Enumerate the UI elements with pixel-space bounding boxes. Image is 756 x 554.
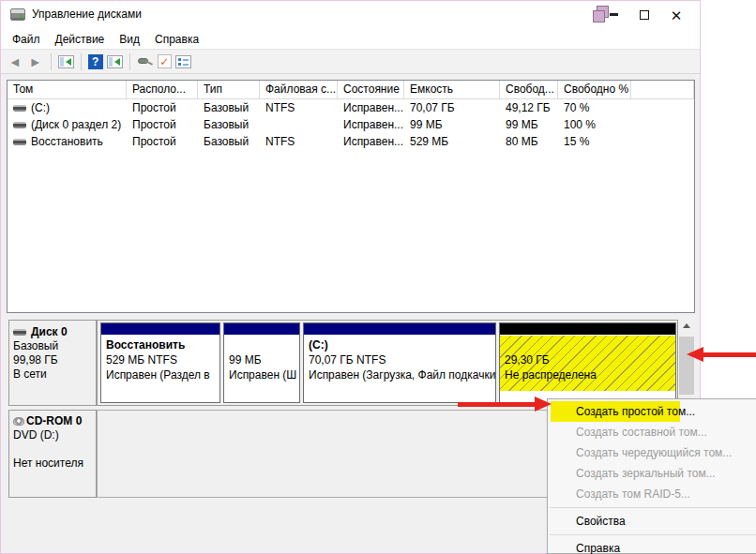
arrow-shaft xyxy=(700,352,756,357)
primary-partition-strip xyxy=(101,323,219,336)
desktop-screen: Управление дисками ✕ Файл Действие Вид xyxy=(0,0,756,554)
checklist-icon[interactable] xyxy=(175,55,191,68)
partition-size: 529 МБ NTFS xyxy=(106,352,215,367)
toolbar: ◄ ► ? ✓ xyxy=(1,49,700,74)
volume-type: Базовый xyxy=(198,101,260,114)
volume-free: 49,12 ГБ xyxy=(500,101,558,114)
close-button[interactable]: ✕ xyxy=(660,1,692,29)
arrow-head-icon xyxy=(535,397,552,412)
volume-type: Базовый xyxy=(198,118,260,131)
minimize-dash-icon xyxy=(610,13,618,16)
menu-item-help[interactable]: Справка xyxy=(548,538,756,554)
volume-fs: NTFS xyxy=(260,101,338,114)
toolbar-separator xyxy=(51,53,52,70)
partition-title xyxy=(505,337,597,352)
partition-status: Не распределена xyxy=(505,367,597,382)
partition-recovery[interactable]: Восстановить 529 МБ NTFS Исправен (Разде… xyxy=(100,322,220,403)
refresh-wand-icon[interactable] xyxy=(137,55,154,68)
volume-layout: Простой xyxy=(127,135,198,148)
minimize-button[interactable] xyxy=(591,1,628,29)
forward-icon[interactable]: ► xyxy=(27,55,44,68)
help-icon[interactable]: ? xyxy=(88,54,103,69)
column-header-free[interactable]: Свобод... xyxy=(500,81,558,98)
annotation-arrow-to-unallocated xyxy=(687,347,756,362)
overlapping-squares-icon xyxy=(593,10,605,22)
menu-file[interactable]: Файл xyxy=(5,30,48,49)
menu-help[interactable]: Справка xyxy=(147,30,206,49)
console-tree-icon[interactable] xyxy=(58,55,74,68)
volume-layout: Простой xyxy=(127,101,198,114)
drive-icon xyxy=(13,139,26,145)
maximize-button[interactable] xyxy=(628,1,660,29)
maximize-icon xyxy=(640,10,649,20)
volume-free: 99 МБ xyxy=(500,118,558,131)
volume-free-pct: 70 % xyxy=(558,101,631,114)
disk0-label-panel[interactable]: Диск 0 Базовый 99,98 ГБ В сети xyxy=(8,320,97,406)
drive-icon xyxy=(13,122,26,128)
volume-capacity: 529 МБ xyxy=(404,135,500,148)
unallocated-strip xyxy=(500,323,675,336)
volume-fs: NTFS xyxy=(260,135,338,148)
disk0-type: Базовый xyxy=(13,339,92,353)
volume-row-recovery[interactable]: Восстановить Простой Базовый NTFS Исправ… xyxy=(8,133,694,150)
partition-c[interactable]: (C:) 70,07 ГБ NTFS Исправен (Загрузка, Ф… xyxy=(303,322,496,403)
volume-status: Исправен... xyxy=(338,135,404,148)
column-header-status[interactable]: Состояние xyxy=(338,81,404,98)
partition-unallocated[interactable]: 29,30 ГБ Не распределена xyxy=(499,322,676,403)
column-header-free-pct[interactable]: Свободно % xyxy=(558,81,631,98)
disk0-status: В сети xyxy=(13,367,92,382)
menu-separator xyxy=(550,534,756,535)
volume-name: Восстановить xyxy=(31,135,103,148)
partition-status: Исправен (Раздел в xyxy=(106,367,215,382)
disk-management-app-icon xyxy=(10,8,25,21)
scroll-up-icon xyxy=(683,323,690,328)
menu-action[interactable]: Действие xyxy=(48,30,113,49)
title-bar[interactable]: Управление дисками ✕ xyxy=(1,1,700,29)
partition-title: Восстановить xyxy=(106,337,215,352)
partition-efi[interactable]: 99 МБ Исправен (Ш xyxy=(223,322,300,403)
scroll-up-button[interactable] xyxy=(679,318,694,334)
menu-bar: Файл Действие Вид Справка xyxy=(1,29,700,49)
unallocated-hatched-body: 29,30 ГБ Не распределена xyxy=(500,336,675,402)
volume-list-pane: Том Располо... Тип Файловая с... Состоян… xyxy=(7,80,695,313)
menu-item-create-simple-volume[interactable]: Создать простой том... xyxy=(548,401,756,422)
action-pane-icon[interactable] xyxy=(107,55,123,68)
volume-row-disk0-part2[interactable]: (Диск 0 раздел 2) Простой Базовый Исправ… xyxy=(8,116,694,133)
partition-size: 29,30 ГБ xyxy=(505,352,597,367)
scrollbar-thumb[interactable] xyxy=(679,337,694,395)
toolbar-separator xyxy=(81,53,82,70)
column-header-capacity[interactable]: Емкость xyxy=(404,81,500,98)
volume-capacity: 70,07 ГБ xyxy=(404,101,500,114)
close-icon: ✕ xyxy=(671,8,683,22)
volume-free-pct: 100 % xyxy=(558,118,631,131)
back-icon[interactable]: ◄ xyxy=(7,55,23,68)
volume-free-pct: 15 % xyxy=(558,135,631,148)
partition-title: (C:) xyxy=(309,337,491,352)
disk0-name: Диск 0 xyxy=(31,325,68,338)
volume-status: Исправен... xyxy=(338,101,404,114)
disk0-size: 99,98 ГБ xyxy=(13,353,92,367)
cdrom-status: Нет носителя xyxy=(13,457,92,471)
volume-list-header: Том Располо... Тип Файловая с... Состоян… xyxy=(8,81,694,99)
disk0-partitions-area: Восстановить 529 МБ NTFS Исправен (Разде… xyxy=(97,320,678,406)
partition-size: 70,07 ГБ NTFS xyxy=(309,352,491,367)
column-header-layout[interactable]: Располо... xyxy=(127,81,198,98)
cdrom-label-panel[interactable]: CD-ROM 0 DVD (D:) Нет носителя xyxy=(8,410,97,498)
volume-name: (Диск 0 раздел 2) xyxy=(31,118,121,131)
column-header-filesystem[interactable]: Файловая с... xyxy=(260,81,338,98)
toolbar-separator xyxy=(129,53,130,70)
column-header-volume[interactable]: Том xyxy=(8,81,127,98)
cdrom-drive: DVD (D:) xyxy=(13,428,92,442)
menu-separator xyxy=(550,507,756,508)
menu-item-properties[interactable]: Свойства xyxy=(548,511,756,532)
unallocated-context-menu: Создать простой том... Создать составной… xyxy=(547,398,756,554)
volume-layout: Простой xyxy=(127,118,198,131)
volume-row-c[interactable]: (C:) Простой Базовый NTFS Исправен... 70… xyxy=(8,99,694,116)
rescan-check-icon[interactable]: ✓ xyxy=(158,54,172,68)
volume-status: Исправен... xyxy=(338,118,404,131)
partition-status: Исправен (Ш xyxy=(229,367,295,382)
arrow-shaft xyxy=(458,402,538,407)
column-header-type[interactable]: Тип xyxy=(198,81,260,98)
primary-partition-strip xyxy=(224,323,299,336)
menu-view[interactable]: Вид xyxy=(112,30,147,49)
